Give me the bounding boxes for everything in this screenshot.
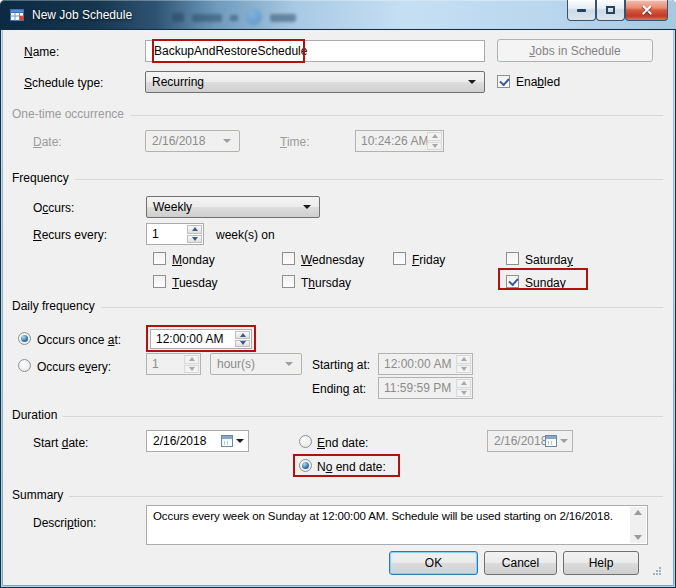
enabled-checkbox[interactable]	[497, 75, 510, 88]
titlebar[interactable]: New Job Schedule	[0, 0, 676, 30]
chevron-down-icon	[560, 439, 568, 443]
radio-occurs-every[interactable]	[18, 359, 31, 372]
help-button[interactable]: Help	[563, 551, 639, 575]
occurs-every-value: 1	[152, 357, 159, 371]
monday-label[interactable]: Monday	[172, 253, 215, 267]
start-date-picker[interactable]: 2/16/2018	[146, 430, 249, 452]
radio-occurs-once[interactable]	[18, 332, 31, 345]
checkbox-monday[interactable]	[153, 252, 166, 265]
scroll-up-icon[interactable]	[634, 510, 642, 515]
recurs-every-spinner[interactable]: 1	[146, 223, 204, 245]
name-label: Name:	[24, 45, 59, 59]
close-button[interactable]	[625, 0, 668, 21]
friday-label[interactable]: Friday	[412, 253, 445, 267]
watermark-blob	[230, 15, 238, 21]
arrow-up-icon	[192, 227, 198, 231]
sunday-label[interactable]: Sunday	[525, 276, 566, 290]
arrow-down-icon	[461, 391, 467, 395]
weeks-on-suffix: week(s) on	[216, 228, 275, 242]
arrow-up-icon	[432, 134, 438, 138]
radio-end-date[interactable]	[299, 435, 312, 448]
description-scrollbar[interactable]	[630, 507, 646, 543]
close-icon	[641, 4, 653, 16]
arrow-down-icon	[192, 237, 198, 241]
chevron-down-icon	[236, 439, 244, 443]
occurs-combo[interactable]: Weekly	[146, 196, 320, 218]
no-end-date-label[interactable]: No end date:	[317, 460, 386, 474]
occurs-once-label[interactable]: Occurs once at:	[37, 333, 121, 347]
group-divider	[75, 179, 663, 180]
one-time-date-value: 2/16/2018	[152, 134, 205, 148]
watermark-blob	[246, 9, 262, 25]
group-one-time-occurrence: One-time occurrence	[12, 107, 663, 121]
recurs-every-value: 1	[152, 227, 159, 241]
one-time-time-value: 10:24:26 AM	[361, 134, 428, 148]
resize-grip-icon[interactable]	[653, 567, 655, 569]
saturday-label[interactable]: Saturday	[525, 253, 573, 267]
minimize-icon	[577, 9, 586, 12]
arrow-down-icon	[189, 367, 195, 371]
titlebar-watermark	[172, 8, 322, 26]
group-title: One-time occurrence	[12, 107, 124, 121]
group-daily-frequency: Daily frequency	[12, 299, 663, 313]
chevron-down-icon	[223, 139, 231, 143]
cancel-button[interactable]: Cancel	[484, 551, 557, 575]
checkbox-tuesday[interactable]	[153, 275, 166, 288]
end-date-value: 2/16/2018	[494, 434, 547, 448]
recurs-every-label: Recurs every:	[33, 228, 107, 242]
arrow-up-icon	[461, 381, 467, 385]
occurs-every-unit-combo: hour(s)	[210, 353, 302, 375]
starting-at-label: Starting at:	[312, 358, 370, 372]
ok-button[interactable]: OK	[389, 551, 478, 575]
group-title: Daily frequency	[12, 299, 95, 313]
jobs-in-schedule-button: Jobs in Schedule	[497, 39, 653, 62]
watermark-blob	[270, 14, 296, 22]
occurs-label: Occurs:	[33, 201, 74, 215]
thursday-label[interactable]: Thursday	[301, 276, 351, 290]
time-label: Time:	[280, 135, 310, 149]
occurs-every-label[interactable]: Occurs every:	[37, 360, 111, 374]
schedule-type-label: Schedule type:	[24, 76, 103, 90]
checkbox-saturday[interactable]	[506, 252, 519, 265]
chevron-down-icon	[285, 362, 293, 366]
scroll-down-icon[interactable]	[634, 535, 642, 540]
occurs-value: Weekly	[153, 200, 192, 214]
enabled-label[interactable]: Enabled	[516, 75, 560, 89]
arrow-up-icon	[240, 333, 246, 337]
arrow-up-icon	[189, 357, 195, 361]
schedule-type-combo[interactable]: Recurring	[145, 71, 485, 93]
chevron-down-icon	[303, 205, 311, 209]
chevron-down-icon	[468, 80, 476, 84]
group-duration: Duration	[12, 408, 663, 422]
group-divider	[63, 416, 663, 417]
end-date-picker: 2/16/2018	[487, 430, 573, 452]
description-label: Description:	[33, 516, 96, 530]
name-input[interactable]	[145, 40, 485, 62]
start-date-value: 2/16/2018	[153, 434, 206, 448]
checkbox-thursday[interactable]	[282, 275, 295, 288]
ending-at-label: Ending at:	[312, 382, 366, 396]
maximize-icon	[606, 6, 615, 14]
one-time-date-combo: 2/16/2018	[145, 130, 240, 152]
ending-at-spinner: 11:59:59 PM	[378, 377, 473, 399]
checkbox-wednesday[interactable]	[282, 252, 295, 265]
minimize-button[interactable]	[567, 0, 596, 21]
group-title: Duration	[12, 408, 57, 422]
arrow-up-icon	[461, 357, 467, 361]
checkbox-sunday[interactable]	[506, 275, 519, 288]
description-box[interactable]: Occurs every week on Sunday at 12:00:00 …	[146, 505, 648, 545]
radio-no-end-date[interactable]	[299, 459, 312, 472]
occurs-once-time-spinner[interactable]: 12:00:00 AM	[150, 329, 252, 349]
description-text: Occurs every week on Sunday at 12:00:00 …	[153, 509, 625, 524]
maximize-button[interactable]	[596, 0, 625, 21]
starting-at-spinner: 12:00:00 AM	[378, 353, 473, 375]
ending-at-value: 11:59:59 PM	[384, 381, 451, 395]
date-label: Date:	[33, 135, 62, 149]
tuesday-label[interactable]: Tuesday	[172, 276, 218, 290]
wednesday-label[interactable]: Wednesday	[301, 253, 364, 267]
end-date-label[interactable]: End date:	[317, 436, 368, 450]
checkbox-friday[interactable]	[393, 252, 406, 265]
new-job-schedule-dialog: New Job Schedule Name: Jobs in Schedule …	[0, 0, 676, 588]
schedule-grid-icon	[9, 7, 25, 23]
arrow-down-icon	[240, 341, 246, 345]
